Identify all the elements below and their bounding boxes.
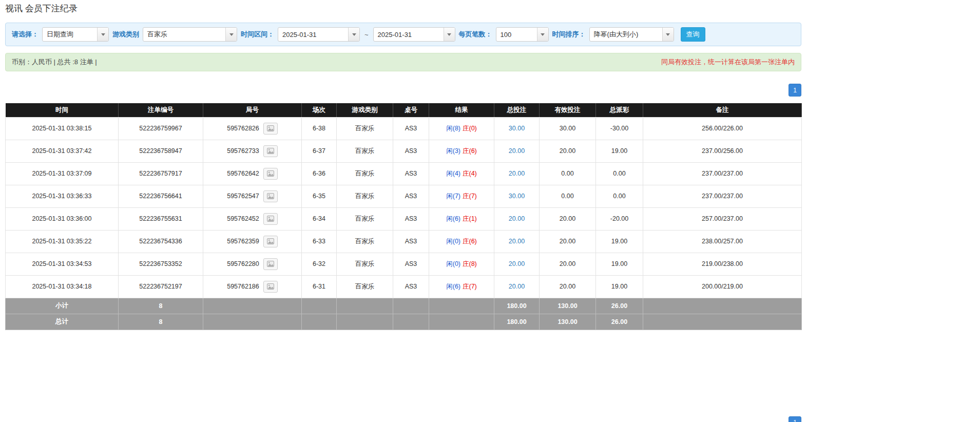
table-row: 2025-01-31 03:37:42 522236758947 5957627… (6, 140, 802, 162)
cell-round-number: 595762280 (203, 253, 302, 275)
column-header: 有效投注 (540, 103, 596, 117)
cell-note: 200.00/219.00 (643, 275, 802, 298)
cell-session: 6-37 (302, 140, 337, 162)
chevron-down-icon[interactable] (225, 28, 237, 41)
total-empty-cell (337, 314, 393, 330)
table-header-row: 时间 注单编号 局号 场次 游戏类别 桌号 结果 总投注 有效投注 (6, 103, 802, 117)
cell-time: 2025-01-31 03:34:18 (6, 275, 119, 298)
page-size-dropdown[interactable]: 100 (496, 27, 549, 42)
game-type-dropdown[interactable]: 百家乐 (143, 27, 237, 42)
subtotal-empty-cell (429, 298, 494, 314)
cell-session: 6-38 (302, 117, 337, 140)
round-number-wrap: 595762359 (227, 236, 278, 247)
total-bet-link[interactable]: 20.00 (509, 260, 525, 267)
total-bet-link[interactable]: 20.00 (509, 238, 525, 245)
cell-table-number: AS3 (393, 162, 429, 185)
round-number-text: 595762642 (227, 170, 259, 177)
total-empty-cell (643, 314, 802, 330)
cell-payout: 19.00 (596, 253, 643, 275)
page-1-button-bottom[interactable]: 1 (789, 416, 801, 422)
chevron-down-icon[interactable] (537, 28, 548, 41)
round-number-wrap: 595762547 (227, 190, 278, 202)
game-type-value: 百家乐 (143, 30, 167, 39)
subtotal-valid-bet: 130.00 (540, 298, 596, 314)
cell-game-type: 百家乐 (337, 275, 393, 298)
cell-round-number: 595762733 (203, 140, 302, 162)
total-bet-link[interactable]: 30.00 (509, 193, 525, 200)
subtotal-total-bet: 180.00 (494, 298, 540, 314)
total-empty-cell (203, 314, 302, 330)
chevron-down-icon[interactable] (444, 28, 455, 41)
cell-valid-bet: 30.00 (540, 117, 596, 140)
result-player: 闲(3) (446, 147, 460, 155)
cell-total-bet: 30.00 (494, 185, 540, 207)
chevron-down-icon[interactable] (97, 28, 108, 41)
column-header: 结果 (429, 103, 494, 117)
round-number-text: 595762826 (227, 125, 259, 132)
round-result-image-button[interactable] (263, 213, 278, 225)
total-bet-link[interactable]: 20.00 (509, 147, 525, 155)
total-label: 总计 (6, 314, 119, 330)
result-banker: 庄(6) (463, 238, 477, 245)
total-row: 总计 8 180.00 130.00 26.00 (6, 314, 802, 330)
time-range-label: 时间区间： (241, 30, 274, 39)
total-empty-cell (429, 314, 494, 330)
game-type-label: 游戏类别 (112, 30, 139, 39)
cell-game-type: 百家乐 (337, 140, 393, 162)
round-number-wrap: 595762733 (227, 145, 278, 157)
cell-session: 6-34 (302, 207, 337, 230)
cell-note: 237.00/237.00 (643, 185, 802, 207)
result-banker: 庄(8) (463, 260, 477, 267)
column-header: 总派彩 (596, 103, 643, 117)
total-empty-cell (393, 314, 429, 330)
cell-table-number: AS3 (393, 207, 429, 230)
cell-bet-number: 522236755631 (119, 207, 203, 230)
round-result-image-button[interactable] (263, 168, 278, 180)
time-sort-dropdown[interactable]: 降幂(由大到小) (589, 27, 674, 42)
page-1-button[interactable]: 1 (789, 84, 801, 97)
search-button[interactable]: 查询 (681, 27, 705, 42)
chevron-down-icon[interactable] (348, 28, 359, 41)
cell-valid-bet: 20.00 (540, 207, 596, 230)
result-player: 闲(6) (446, 283, 460, 290)
cell-session: 6-32 (302, 253, 337, 275)
round-result-image-button[interactable] (263, 258, 278, 270)
total-bet-link[interactable]: 20.00 (509, 215, 525, 222)
cell-time: 2025-01-31 03:36:00 (6, 207, 119, 230)
picture-icon (267, 193, 274, 199)
total-empty-cell (302, 314, 337, 330)
result-banker: 庄(1) (463, 215, 477, 222)
cell-note: 237.00/256.00 (643, 140, 802, 162)
result-player: 闲(4) (446, 170, 460, 177)
cell-round-number: 595762826 (203, 117, 302, 140)
round-result-image-button[interactable] (263, 281, 278, 293)
date-to-picker[interactable]: 2025-01-31 (373, 27, 455, 42)
cell-valid-bet: 0.00 (540, 185, 596, 207)
column-header: 场次 (302, 103, 337, 117)
cell-payout: -20.00 (596, 207, 643, 230)
round-result-image-button[interactable] (263, 123, 278, 135)
table-row: 2025-01-31 03:36:00 522236755631 5957624… (6, 207, 802, 230)
cell-bet-number: 522236756641 (119, 185, 203, 207)
query-type-dropdown[interactable]: 日期查询 (42, 27, 109, 42)
cell-session: 6-31 (302, 275, 337, 298)
total-valid-bet: 130.00 (540, 314, 596, 330)
round-result-image-button[interactable] (263, 190, 278, 202)
total-bet-link[interactable]: 20.00 (509, 283, 525, 290)
round-result-image-button[interactable] (263, 236, 278, 247)
result-banker: 庄(0) (463, 125, 477, 132)
chevron-down-icon[interactable] (662, 28, 674, 41)
total-bet-link[interactable]: 20.00 (509, 170, 525, 177)
cell-total-bet: 20.00 (494, 140, 540, 162)
subtotal-empty-cell (203, 298, 302, 314)
total-bet-link[interactable]: 30.00 (509, 125, 525, 132)
cell-result: 闲(3)庄(6) (429, 140, 494, 162)
round-result-image-button[interactable] (263, 145, 278, 157)
time-sort-label: 时间排序： (552, 30, 586, 39)
round-number-text: 595762733 (227, 147, 259, 155)
cell-valid-bet: 20.00 (540, 230, 596, 253)
date-from-picker[interactable]: 2025-01-31 (278, 27, 360, 42)
cell-table-number: AS3 (393, 117, 429, 140)
cell-valid-bet: 20.00 (540, 140, 596, 162)
round-number-wrap: 595762826 (227, 123, 278, 135)
